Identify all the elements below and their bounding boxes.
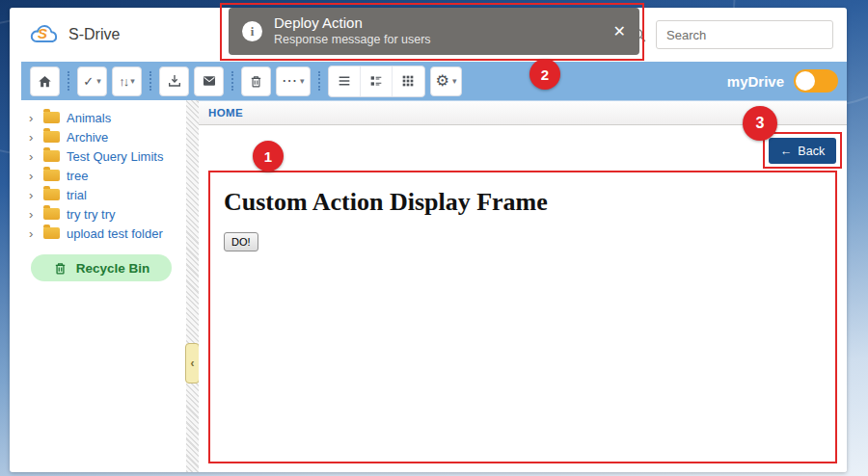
- detail-list-icon: [368, 73, 384, 89]
- email-button[interactable]: [194, 66, 224, 96]
- folder-icon: [43, 131, 60, 143]
- download-button[interactable]: [159, 66, 189, 96]
- folder-icon: [43, 112, 60, 123]
- download-icon: [167, 73, 182, 89]
- folder-icon: [43, 170, 60, 181]
- chevron-right-icon: ›: [29, 111, 37, 125]
- sidebar-folder-item[interactable]: › Archive: [10, 127, 186, 146]
- do-button[interactable]: DO!: [224, 232, 258, 251]
- envelope-icon: [202, 73, 217, 89]
- home-button[interactable]: [30, 66, 60, 96]
- delete-button[interactable]: [241, 66, 271, 96]
- view-switcher: [328, 66, 425, 97]
- toolbar-separator: [318, 71, 320, 91]
- folder-icon: [43, 189, 60, 200]
- folder-sidebar: › Animals › Archive ›: [10, 100, 186, 472]
- chevron-left-icon: ‹: [191, 357, 195, 370]
- toast-message: Response message for users: [274, 33, 431, 48]
- chevron-right-icon: ›: [29, 188, 37, 202]
- search-bar: [631, 20, 833, 49]
- back-button-label: Back: [798, 145, 825, 158]
- folder-icon: [43, 150, 60, 162]
- detail-view-button[interactable]: [361, 66, 393, 96]
- frame-title: Custom Action Display Frame: [224, 188, 822, 217]
- sidebar-folder-item[interactable]: › try try try: [10, 204, 186, 224]
- trash-icon: [53, 261, 68, 276]
- back-arrow-icon: ←: [780, 145, 793, 158]
- chevron-right-icon: ›: [29, 130, 37, 145]
- sidebar-resizer[interactable]: ‹: [186, 100, 199, 472]
- sidebar-folder-item[interactable]: › Test Query Limits: [10, 146, 186, 166]
- chevron-right-icon: ›: [29, 207, 37, 222]
- grid-icon: [400, 73, 416, 89]
- trash-icon: [249, 74, 263, 89]
- mydrive-toggle[interactable]: [794, 69, 838, 93]
- logo-letter: S: [38, 25, 47, 41]
- chevron-down-icon: ▾: [452, 77, 457, 86]
- chevron-down-icon: ▾: [300, 77, 305, 86]
- content-area: ← Back Custom Action Display Frame DO!: [199, 125, 847, 472]
- chevron-down-icon: ▾: [130, 77, 135, 86]
- folder-label: try try try: [67, 207, 116, 222]
- gear-icon: ⚙: [436, 73, 449, 89]
- folder-label: tree: [67, 169, 88, 183]
- folder-label: Test Query Limits: [67, 149, 163, 164]
- back-button[interactable]: ← Back: [769, 138, 836, 164]
- check-icon: ✓: [83, 75, 94, 88]
- settings-dropdown-button[interactable]: ⚙ ▾: [430, 66, 463, 96]
- more-icon: ⋯: [282, 73, 297, 89]
- chevron-down-icon: ▾: [96, 77, 101, 86]
- info-icon: i: [242, 21, 262, 41]
- toggle-knob: [796, 71, 815, 91]
- sdrive-app-window: S S-Drive: [10, 8, 847, 472]
- sidebar-collapse-handle[interactable]: ‹: [185, 343, 200, 383]
- app-title: S-Drive: [68, 26, 120, 43]
- annotation-step-1: 1: [253, 141, 284, 172]
- toast-title: Deploy Action: [274, 14, 431, 33]
- sidebar-folder-item[interactable]: › tree: [10, 166, 186, 185]
- close-icon[interactable]: ✕: [613, 22, 626, 40]
- folder-label: trial: [67, 188, 87, 202]
- mydrive-label: myDrive: [727, 73, 784, 90]
- sidebar-folder-item[interactable]: › trial: [10, 185, 186, 204]
- more-actions-button[interactable]: ⋯ ▾: [276, 66, 311, 96]
- annotation-step-3: 3: [743, 106, 777, 141]
- mydrive-control: myDrive: [727, 69, 838, 93]
- select-dropdown-button[interactable]: ✓ ▾: [77, 66, 107, 96]
- annotation-step-2: 2: [529, 59, 560, 90]
- chevron-right-icon: ›: [29, 149, 37, 164]
- breadcrumb-home-link[interactable]: HOME: [208, 107, 243, 119]
- folder-tree: › Animals › Archive ›: [10, 108, 186, 243]
- toast-notification: i Deploy Action Response message for use…: [229, 8, 639, 55]
- sidebar-folder-item[interactable]: › Animals: [10, 108, 186, 127]
- folder-label: upload test folder: [67, 226, 163, 241]
- recycle-bin-button[interactable]: Recycle Bin: [31, 254, 172, 281]
- home-icon: [38, 74, 52, 89]
- toast-text: Deploy Action Response message for users: [274, 14, 431, 47]
- sidebar-folder-item[interactable]: › upload test folder: [10, 224, 186, 243]
- chevron-right-icon: ›: [29, 226, 37, 241]
- chevron-right-icon: ›: [29, 169, 37, 183]
- toolbar-separator: [149, 71, 151, 91]
- sort-icon: ↑↓: [119, 75, 127, 88]
- list-view-button[interactable]: [329, 66, 361, 96]
- search-input[interactable]: [656, 20, 833, 49]
- toolbar-separator: [68, 71, 69, 91]
- folder-icon: [43, 208, 60, 220]
- custom-action-display-frame: Custom Action Display Frame DO!: [208, 171, 837, 463]
- toolbar: ✓ ▾ ↑↓ ▾: [21, 62, 847, 100]
- list-icon: [337, 73, 352, 89]
- main-panel: HOME ← Back Custom Action Display Frame …: [199, 100, 847, 472]
- folder-label: Animals: [67, 111, 111, 125]
- sdrive-logo-icon: S: [27, 23, 60, 46]
- desktop-background: S S-Drive: [0, 0, 868, 476]
- toolbar-separator: [231, 71, 233, 91]
- recycle-bin-label: Recycle Bin: [76, 261, 150, 276]
- grid-view-button[interactable]: [393, 66, 424, 96]
- folder-icon: [43, 227, 60, 239]
- sort-dropdown-button[interactable]: ↑↓ ▾: [112, 66, 142, 96]
- folder-label: Archive: [67, 130, 108, 145]
